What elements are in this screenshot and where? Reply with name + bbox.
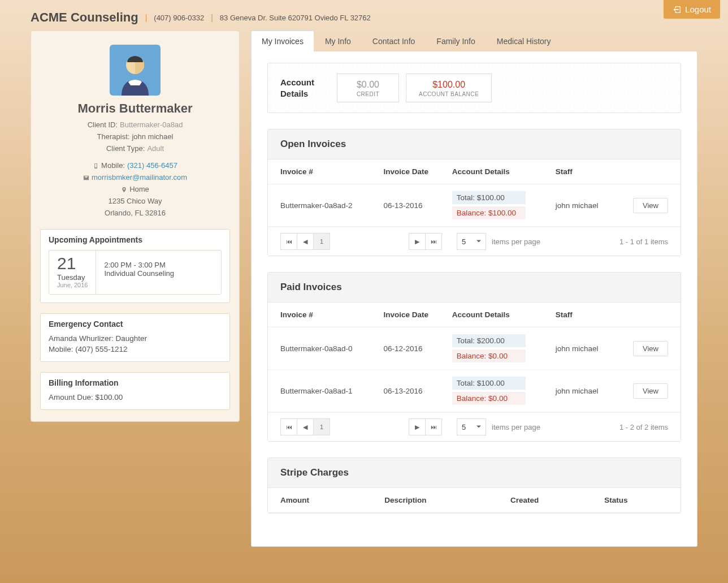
per-page-value: 5	[462, 423, 466, 431]
mobile-link[interactable]: (321) 456-6457	[127, 160, 177, 172]
client-name: Morris Buttermaker	[40, 101, 230, 116]
pager-page[interactable]: 1	[313, 418, 330, 435]
emergency-line2: Mobile: (407) 555-1212	[49, 345, 222, 353]
email-link[interactable]: morrisbmker@mailinator.com	[92, 172, 187, 184]
tab-family-info[interactable]: Family Info	[426, 31, 486, 51]
pin-icon	[121, 187, 127, 193]
tab-my-invoices[interactable]: My Invoices	[251, 31, 314, 51]
upcoming-title: Upcoming Appointments	[49, 235, 222, 244]
tab-contact-info[interactable]: Contact Info	[362, 31, 426, 51]
view-button[interactable]: View	[633, 198, 668, 213]
emergency-title: Emergency Contact	[49, 319, 222, 329]
col-invoice: Invoice #	[268, 159, 378, 184]
per-page-select[interactable]: 5	[457, 233, 486, 250]
city: Orlando, FL 32816	[40, 208, 230, 219]
tabs: My Invoices My Info Contact Info Family …	[251, 31, 697, 51]
credit-label: CREDIT	[350, 91, 386, 97]
emergency-contact-box: Emergency Contact Amanda Whurlizer: Daug…	[40, 313, 230, 362]
pager-prev[interactable]: ◀	[297, 233, 314, 250]
mobile-label: Mobile:	[101, 160, 125, 172]
col-acct: Account Details	[447, 159, 550, 184]
therapist-label: Therapist:	[97, 131, 130, 143]
logout-label: Logout	[685, 5, 711, 14]
header-address: 83 Geneva Dr. Suite 620791 Oviedo FL 327…	[220, 14, 371, 22]
appt-type: Individual Counseling	[104, 269, 174, 278]
col-date: Invoice Date	[378, 303, 447, 327]
invoice-id: Buttermaker-0a8ad-1	[268, 370, 378, 412]
col-staff: Staff	[550, 303, 616, 327]
pager-range: 1 - 1 of 1 items	[619, 237, 668, 246]
pager-range: 1 - 2 of 2 items	[619, 423, 668, 431]
header-phone: (407) 906-0332	[154, 14, 204, 22]
col-created: Created	[505, 488, 599, 513]
col-invoice: Invoice #	[268, 303, 378, 327]
stripe-title: Stripe Charges	[280, 467, 668, 478]
upcoming-appointments-box: Upcoming Appointments 21 Tuesday June, 2…	[40, 229, 230, 303]
appt-day-num: 21	[57, 254, 88, 273]
pager-prev[interactable]: ◀	[297, 418, 314, 435]
invoice-id: Buttermaker-0a8ad-0	[268, 327, 378, 370]
logout-button[interactable]: Logout	[664, 0, 720, 19]
pager-first[interactable]: ⏮	[280, 233, 297, 250]
table-row: Buttermaker-0a8ad-1 06-13-2016 Total: $1…	[268, 370, 681, 412]
pager-last[interactable]: ⏭	[425, 233, 442, 250]
invoice-staff: john michael	[550, 184, 616, 227]
avatar	[110, 45, 161, 96]
pager-page[interactable]: 1	[313, 233, 330, 250]
therapist-name: john michael	[132, 131, 173, 143]
credit-stat: $0.00 CREDIT	[337, 74, 399, 102]
pager-first[interactable]: ⏮	[280, 418, 297, 435]
divider: |	[145, 13, 148, 22]
tab-medical-history[interactable]: Medical History	[486, 31, 562, 51]
pager-next[interactable]: ▶	[409, 233, 426, 250]
pager-next[interactable]: ▶	[409, 418, 426, 435]
divider: |	[211, 13, 213, 22]
invoice-total: Total: $100.00	[452, 191, 526, 204]
items-per-page-label: items per page	[492, 237, 540, 246]
client-type: Adult	[147, 143, 164, 155]
appt-month: June, 2016	[57, 282, 88, 288]
invoice-date: 06-13-2016	[378, 370, 447, 412]
invoice-staff: john michael	[550, 327, 616, 370]
balance-stat: $100.00 ACCOUNT BALANCE	[406, 74, 492, 102]
tab-my-info[interactable]: My Info	[314, 31, 362, 51]
emergency-line1: Amanda Whurlizer: Daughter	[49, 334, 222, 343]
client-id: Buttermaker-0a8ad	[120, 119, 183, 131]
account-details-panel: AccountDetails $0.00 CREDIT $100.00 ACCO…	[267, 63, 681, 113]
paid-invoices-title: Paid Invoices	[280, 282, 668, 293]
col-staff: Staff	[550, 159, 616, 184]
invoice-staff: john michael	[550, 370, 616, 412]
chevron-down-icon	[476, 425, 481, 429]
invoice-total: Total: $100.00	[452, 377, 526, 390]
billing-info-box: Billing Information Amount Due: $100.00	[40, 372, 230, 410]
col-acct: Account Details	[447, 303, 550, 327]
view-button[interactable]: View	[633, 341, 668, 356]
table-row: Buttermaker-0a8ad-2 06-13-2016 Total: $1…	[268, 184, 681, 227]
open-invoices-title: Open Invoices	[280, 139, 668, 150]
balance-label: ACCOUNT BALANCE	[419, 91, 479, 97]
billing-title: Billing Information	[49, 378, 222, 387]
col-status: Status	[599, 488, 681, 513]
col-date: Invoice Date	[378, 159, 447, 184]
col-amount: Amount	[268, 488, 379, 513]
client-id-label: Client ID:	[88, 119, 118, 131]
items-per-page-label: items per page	[492, 423, 540, 431]
stripe-charges-panel: Stripe Charges Amount Description Create…	[267, 457, 681, 513]
col-desc: Description	[379, 488, 505, 513]
account-title2: Details	[280, 89, 308, 98]
open-invoices-panel: Open Invoices Invoice # Invoice Date Acc…	[267, 129, 681, 256]
balance-value: $100.00	[419, 80, 479, 90]
invoice-date: 06-12-2016	[378, 327, 447, 370]
pager-last[interactable]: ⏭	[425, 418, 442, 435]
home-label: Home	[129, 184, 149, 196]
phone-icon	[93, 163, 99, 169]
client-sidebar: Morris Buttermaker Client ID: Buttermake…	[31, 31, 240, 422]
paid-invoices-panel: Paid Invoices Invoice # Invoice Date Acc…	[267, 272, 681, 442]
appt-time: 2:00 PM - 3:00 PM	[104, 261, 174, 269]
per-page-select[interactable]: 5	[457, 418, 486, 435]
logout-icon	[673, 5, 682, 14]
credit-value: $0.00	[350, 80, 386, 90]
per-page-value: 5	[462, 237, 466, 246]
view-button[interactable]: View	[633, 383, 668, 399]
brand-title: ACME Counseling	[31, 10, 138, 25]
